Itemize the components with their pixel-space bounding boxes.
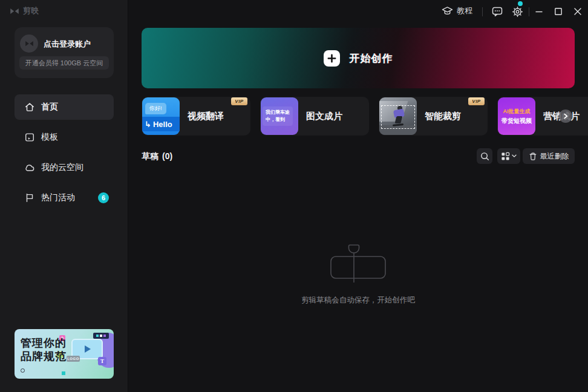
sidebar-item-label: 模板: [41, 132, 58, 143]
grid-view-icon: [501, 152, 510, 161]
cloud-icon: [24, 162, 35, 173]
feedback-bubble-icon: [491, 5, 503, 18]
thumb-text-line1: 我们乘车途: [266, 109, 290, 116]
square-decor: [62, 371, 65, 375]
crop-selection-frame: [381, 105, 415, 129]
app-logo-text: 剪映: [23, 5, 39, 16]
app-window: 剪映 点击登录账户 开通会员得 100GB 云空间 首页: [0, 0, 588, 392]
avatar[interactable]: [20, 34, 38, 53]
titlebar-divider: [529, 7, 529, 16]
empty-drafts-message: 剪辑草稿会自动保存，开始创作吧: [128, 295, 588, 305]
search-icon: [480, 151, 490, 162]
thumb-text-line2: 带货短视频: [501, 117, 532, 125]
marketing-video-thumbnail: AI批量生成 带货短视频: [498, 97, 535, 135]
sidebar-item-label: 我的云空间: [41, 162, 83, 173]
feature-label: 视频翻译: [188, 97, 224, 136]
plus-icon: [324, 50, 340, 67]
gear-icon: [511, 5, 524, 18]
sidebar-item-activities[interactable]: 热门活动 6: [15, 185, 114, 211]
app-logo: 剪映: [10, 5, 39, 16]
recently-deleted-button[interactable]: 最近删除: [523, 148, 575, 164]
text-tool-chip: T: [98, 357, 106, 365]
flag-icon: [24, 192, 35, 203]
feature-card-video-translate[interactable]: 你好! ↳ Hello 视频翻译 VIP: [142, 97, 250, 136]
titlebar-divider: [482, 7, 483, 16]
capcut-logo-icon: [10, 7, 19, 15]
feature-card-smart-crop[interactable]: 智能裁剪 VIP: [379, 97, 488, 136]
thumb-text-line2: 中，看到: [266, 116, 290, 123]
sidebar-item-home[interactable]: 首页: [15, 94, 114, 120]
thumb-bubble-bottom: ↳ Hello: [142, 117, 180, 131]
notification-dot: [518, 1, 523, 6]
video-translate-thumbnail: 你好! ↳ Hello: [142, 97, 180, 135]
tutorial-button[interactable]: 教程: [442, 5, 472, 16]
text-to-video-thumbnail: 我们乘车途 中，看到: [261, 97, 298, 135]
graduation-cap-icon: [442, 5, 453, 16]
sidebar-nav: 首页 模板 我的云空间: [15, 94, 114, 215]
brand-banner-title: 管理你的 品牌规范: [21, 336, 67, 363]
thumb-bubble-top: 你好!: [145, 103, 166, 114]
login-title[interactable]: 点击登录账户: [44, 39, 91, 50]
vip-badge: VIP: [231, 97, 247, 105]
empty-drafts-illustration: [329, 243, 387, 286]
drafts-title: 草稿 (0): [142, 151, 172, 162]
feature-card-text-to-video[interactable]: 我们乘车途 中，看到 图文成片: [260, 97, 369, 136]
drafts-count: (0): [162, 151, 172, 162]
avatar-logo-icon: [25, 40, 34, 47]
search-button[interactable]: [477, 148, 492, 164]
arrow-glyph: ↳: [145, 120, 151, 129]
vip-badge: VIP: [468, 97, 485, 105]
carousel-next-button[interactable]: [559, 109, 572, 123]
maximize-button[interactable]: [552, 5, 565, 18]
smart-crop-thumbnail: [379, 97, 417, 135]
template-icon: [24, 132, 35, 143]
brand-banner-line1: 管理你的: [21, 336, 67, 350]
feature-card-marketing-video[interactable]: AI批量生成 带货短视频 营销成片: [497, 97, 588, 136]
login-card[interactable]: 点击登录账户 开通会员得 100GB 云空间: [15, 27, 114, 78]
chevron-right-icon: [563, 113, 569, 119]
drafts-title-text: 草稿: [142, 151, 158, 162]
feature-label: 智能裁剪: [425, 97, 461, 136]
membership-promo[interactable]: 开通会员得 100GB 云空间: [19, 56, 109, 70]
thumb-text-line1: AI批量生成: [503, 108, 531, 116]
trash-icon: [529, 152, 537, 161]
sidebar: 剪映 点击登录账户 开通会员得 100GB 云空间 首页: [0, 0, 128, 392]
brand-promo-banner[interactable]: LOGO T + 管理你的 品牌规范: [15, 329, 114, 379]
palette-illustration: [93, 333, 109, 339]
hello-text: Hello: [153, 120, 172, 129]
feedback-button[interactable]: [491, 5, 504, 18]
feature-label: 图文成片: [306, 97, 342, 136]
chevron-down-icon: [512, 154, 517, 158]
minimize-button[interactable]: [532, 5, 546, 18]
brand-banner-line2: 品牌规范: [21, 350, 67, 363]
brand-banner-footnote: [21, 368, 27, 373]
view-mode-button[interactable]: [497, 148, 520, 164]
play-icon: [85, 345, 91, 353]
close-button[interactable]: [571, 5, 584, 18]
sidebar-item-label: 首页: [41, 102, 58, 113]
tutorial-label: 教程: [457, 5, 472, 16]
recently-deleted-label: 最近删除: [540, 151, 569, 162]
activities-badge: 6: [98, 192, 109, 203]
sidebar-item-templates[interactable]: 模板: [15, 125, 114, 150]
maximize-icon: [554, 7, 563, 16]
start-creating-button[interactable]: 开始创作: [142, 28, 575, 88]
sidebar-item-cloud[interactable]: 我的云空间: [15, 155, 114, 180]
settings-button[interactable]: [511, 5, 524, 18]
sidebar-item-label: 热门活动: [41, 192, 75, 203]
logo-chip: LOGO: [67, 356, 80, 362]
footnote-logo-icon: [21, 368, 25, 373]
close-icon: [573, 7, 582, 16]
start-creating-label: 开始创作: [350, 51, 393, 65]
home-icon: [24, 102, 35, 113]
minimize-icon: [535, 7, 543, 16]
